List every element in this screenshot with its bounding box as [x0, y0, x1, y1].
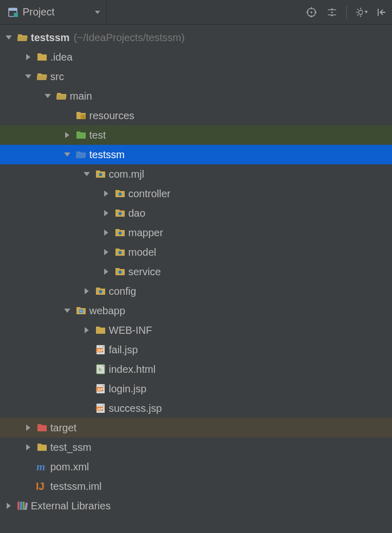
expand-arrow-icon[interactable] [2, 501, 15, 511]
tree-row-testssm-selected[interactable]: testssm [0, 145, 392, 164]
expand-arrow-icon[interactable] [100, 188, 113, 199]
tree-label: fail.jsp [108, 344, 138, 356]
tree-row-webinf[interactable]: WEB-INF [0, 320, 392, 340]
tree-row-commjl[interactable]: com.mjl [0, 164, 392, 184]
tree-label: pom.xml [49, 461, 89, 473]
test-folder-icon [74, 129, 88, 141]
tree-root-path: (~/IdeaProjects/testssm) [70, 32, 185, 44]
tree-row-indexhtml[interactable]: index.html [0, 359, 392, 379]
tree-row-pom[interactable]: pom.xml [0, 457, 392, 477]
jsp-file-icon [93, 344, 108, 355]
tree-label: login.jsp [108, 383, 146, 395]
tree-row-test[interactable]: test [0, 125, 392, 145]
tree-label: config [108, 285, 136, 297]
tree-label: WEB-INF [108, 325, 152, 336]
folder-icon [35, 71, 49, 82]
expand-arrow-icon[interactable] [61, 130, 74, 140]
view-label: Project [23, 6, 54, 18]
project-toolbar: Project [0, 0, 392, 25]
tree-label: dao [127, 207, 145, 219]
expand-arrow-icon[interactable] [2, 32, 15, 43]
tree-label: webapp [88, 305, 125, 317]
scroll-to-source-icon[interactable] [305, 6, 318, 18]
maven-file-icon [35, 461, 49, 472]
tree-row-dao[interactable]: dao [0, 203, 392, 223]
tree-row-testssm2[interactable]: test_ssm [0, 437, 392, 457]
excluded-folder-icon [35, 422, 49, 433]
expand-arrow-icon[interactable] [100, 266, 113, 277]
toolbar-left: Project [4, 0, 107, 24]
project-view-icon [7, 6, 19, 18]
package-icon [113, 207, 127, 219]
html-file-icon [93, 364, 108, 375]
tree-row-extlib[interactable]: External Libraries [0, 496, 392, 516]
tree-row-iml[interactable]: testssm.iml [0, 477, 392, 496]
tree-label-root: testssm [30, 32, 70, 44]
package-icon [93, 168, 108, 180]
package-icon [113, 227, 127, 238]
tree-row-service[interactable]: service [0, 262, 392, 281]
tree-label: index.html [108, 364, 155, 375]
tree-label: com.mjl [108, 168, 144, 180]
tree-label: External Libraries [30, 500, 111, 512]
expand-arrow-icon[interactable] [100, 247, 113, 257]
expand-arrow-icon[interactable] [41, 91, 54, 101]
expand-arrow-icon[interactable] [100, 208, 113, 218]
tree-label: testssm.iml [49, 481, 102, 492]
jsp-file-icon [93, 403, 108, 414]
tree-row-webapp[interactable]: webapp [0, 301, 392, 320]
tree-label: target [49, 422, 76, 434]
settings-gear-icon[interactable] [355, 6, 367, 18]
package-icon [113, 266, 127, 277]
web-folder-icon [74, 305, 88, 316]
expand-arrow-icon[interactable] [80, 325, 93, 335]
tree-label: model [127, 246, 156, 258]
tree-label: test_ssm [49, 442, 91, 453]
tree-label: mapper [127, 227, 163, 239]
tree-row-resources[interactable]: resources [0, 106, 392, 125]
tree-row-target[interactable]: target [0, 418, 392, 437]
tree-label: success.jsp [108, 403, 162, 414]
tree-row-mapper[interactable]: mapper [0, 223, 392, 242]
folder-icon [35, 442, 49, 453]
toolbar-divider [346, 6, 347, 18]
tree-row-config[interactable]: config [0, 281, 392, 301]
expand-arrow-icon[interactable] [80, 286, 93, 296]
project-tree[interactable]: testssm (~/IdeaProjects/testssm) .idea s… [0, 25, 392, 516]
ij-file-icon [35, 481, 49, 492]
tree-row-idea[interactable]: .idea [0, 47, 392, 67]
tree-row-main[interactable]: main [0, 86, 392, 106]
package-icon [113, 246, 127, 258]
collapse-all-icon[interactable] [326, 6, 338, 18]
tree-label: src [49, 71, 64, 83]
module-folder-icon [15, 32, 30, 43]
folder-icon [93, 325, 108, 336]
expand-arrow-icon[interactable] [61, 306, 74, 316]
folder-icon [35, 51, 49, 63]
tree-row-root[interactable]: testssm (~/IdeaProjects/testssm) [0, 28, 392, 47]
tree-label: test [88, 129, 106, 141]
expand-arrow-icon[interactable] [22, 52, 35, 62]
tree-row-failjsp[interactable]: fail.jsp [0, 340, 392, 359]
tree-row-model[interactable]: model [0, 242, 392, 262]
expand-arrow-icon[interactable] [100, 227, 113, 238]
resources-folder-icon [74, 110, 88, 121]
expand-arrow-icon[interactable] [22, 442, 35, 452]
tree-row-controller[interactable]: controller [0, 184, 392, 203]
folder-icon [54, 90, 69, 102]
expand-arrow-icon[interactable] [61, 149, 74, 160]
tree-label: .idea [49, 51, 72, 63]
view-selector[interactable]: Project [4, 0, 107, 24]
expand-arrow-icon[interactable] [80, 169, 93, 179]
expand-arrow-icon[interactable] [22, 71, 35, 82]
toolbar-right [305, 0, 388, 24]
jsp-file-icon [93, 383, 108, 394]
tree-row-loginjsp[interactable]: login.jsp [0, 379, 392, 398]
tree-row-src[interactable]: src [0, 67, 392, 86]
expand-arrow-icon[interactable] [22, 423, 35, 433]
hide-panel-icon[interactable] [376, 6, 388, 18]
package-icon [93, 285, 108, 297]
tree-row-successjsp[interactable]: success.jsp [0, 398, 392, 418]
package-icon [113, 188, 127, 199]
tree-label: controller [127, 188, 170, 200]
